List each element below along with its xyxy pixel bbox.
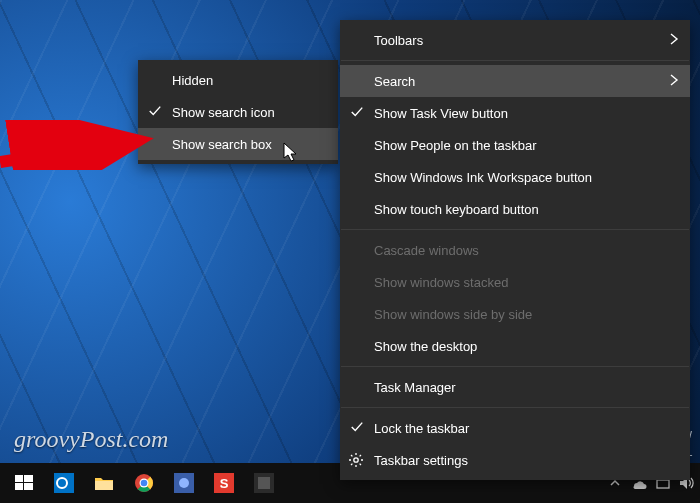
folder-icon [94, 473, 114, 493]
menu-item-cascade: Cascade windows [340, 234, 690, 266]
taskbar-context-menu: Toolbars Search Show Task View button Sh… [340, 20, 690, 480]
chrome-icon [134, 473, 154, 493]
label-show-search-box: Show search box [172, 137, 272, 152]
menu-item-show-touch-kb[interactable]: Show touch keyboard button [340, 193, 690, 225]
label-search: Search [374, 74, 415, 89]
menu-item-task-manager[interactable]: Task Manager [340, 371, 690, 403]
label-sidebyside: Show windows side by side [374, 307, 532, 322]
svg-rect-8 [95, 481, 113, 490]
app-icon [254, 473, 274, 493]
svg-rect-20 [657, 480, 669, 488]
watermark-text: groovyPost.com [14, 426, 168, 453]
svg-rect-2 [15, 475, 23, 482]
gear-icon [348, 452, 364, 468]
separator [341, 229, 689, 230]
svg-rect-19 [258, 477, 270, 489]
svg-line-0 [0, 142, 130, 162]
menu-item-show-people[interactable]: Show People on the taskbar [340, 129, 690, 161]
label-show-touch-kb: Show touch keyboard button [374, 202, 539, 217]
taskbar-icon-app-blue[interactable] [164, 463, 204, 503]
menu-item-show-search-box[interactable]: Show search box [138, 128, 338, 160]
taskbar-icon-snagit[interactable]: S [204, 463, 244, 503]
taskbar-icon-app-dark[interactable] [244, 463, 284, 503]
chevron-right-icon [668, 74, 680, 86]
label-lock-taskbar: Lock the taskbar [374, 421, 469, 436]
menu-item-hidden[interactable]: Hidden [138, 64, 338, 96]
desktop[interactable]: groovyPost.com Window 17686.rs_ Hidden S… [0, 0, 700, 503]
chevron-right-icon [668, 33, 680, 45]
check-icon [350, 105, 364, 119]
start-button[interactable] [4, 463, 44, 503]
label-taskbar-settings: Taskbar settings [374, 453, 468, 468]
menu-item-stacked: Show windows stacked [340, 266, 690, 298]
mouse-cursor-icon [283, 142, 301, 164]
svg-rect-3 [24, 475, 33, 482]
menu-item-toolbars[interactable]: Toolbars [340, 24, 690, 56]
menu-item-taskbar-settings[interactable]: Taskbar settings [340, 444, 690, 476]
taskbar-icon-chrome[interactable] [124, 463, 164, 503]
svg-text:S: S [220, 476, 229, 491]
label-show-ink: Show Windows Ink Workspace button [374, 170, 592, 185]
separator [341, 60, 689, 61]
separator [341, 366, 689, 367]
svg-rect-4 [15, 483, 23, 490]
annotation-arrow [0, 120, 160, 170]
label-task-manager: Task Manager [374, 380, 456, 395]
app-icon [174, 473, 194, 493]
search-submenu: Hidden Show search icon Show search box [138, 60, 338, 164]
label-stacked: Show windows stacked [374, 275, 508, 290]
windows-logo-icon [14, 473, 34, 493]
label-cascade: Cascade windows [374, 243, 479, 258]
label-show-people: Show People on the taskbar [374, 138, 537, 153]
label-show-task-view: Show Task View button [374, 106, 508, 121]
snagit-icon: S [214, 473, 234, 493]
outlook-icon [54, 473, 74, 493]
label-hidden: Hidden [172, 73, 213, 88]
taskbar-icon-explorer[interactable] [84, 463, 124, 503]
menu-item-show-search-icon[interactable]: Show search icon [138, 96, 338, 128]
separator [341, 407, 689, 408]
menu-item-show-task-view[interactable]: Show Task View button [340, 97, 690, 129]
menu-item-lock-taskbar[interactable]: Lock the taskbar [340, 412, 690, 444]
check-icon [148, 104, 162, 118]
taskbar-icon-outlook[interactable] [44, 463, 84, 503]
svg-point-13 [141, 480, 148, 487]
menu-item-search[interactable]: Search [340, 65, 690, 97]
svg-point-15 [179, 478, 189, 488]
check-icon [350, 420, 364, 434]
menu-item-show-ink[interactable]: Show Windows Ink Workspace button [340, 161, 690, 193]
menu-item-sidebyside: Show windows side by side [340, 298, 690, 330]
label-show-search-icon: Show search icon [172, 105, 275, 120]
svg-point-1 [354, 458, 358, 462]
svg-rect-5 [24, 483, 33, 490]
label-toolbars: Toolbars [374, 33, 423, 48]
menu-item-show-desktop[interactable]: Show the desktop [340, 330, 690, 362]
label-show-desktop: Show the desktop [374, 339, 477, 354]
